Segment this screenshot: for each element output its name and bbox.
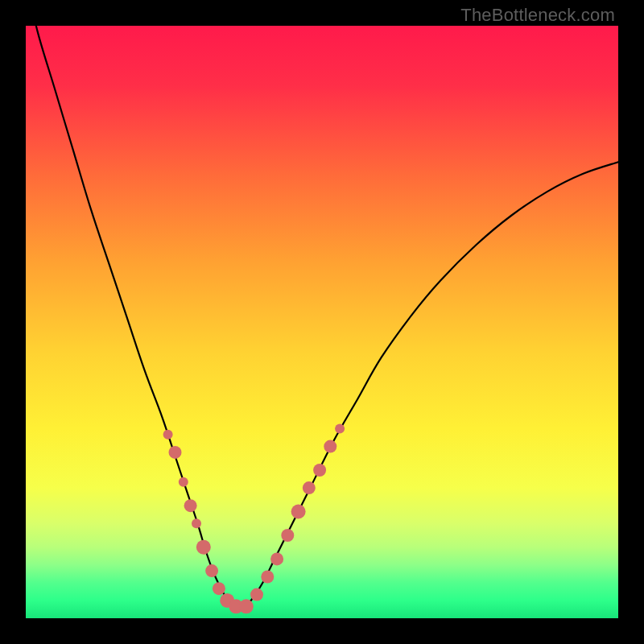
- curve-marker: [313, 464, 326, 477]
- curve-marker: [184, 499, 197, 512]
- curve-marker: [270, 552, 283, 565]
- chart-svg: [26, 26, 618, 618]
- plot-area: [26, 26, 618, 618]
- curve-marker: [303, 481, 316, 494]
- curve-marker: [335, 424, 345, 434]
- curve-marker: [324, 440, 336, 453]
- curve-markers-group: [163, 424, 345, 614]
- curve-marker: [213, 582, 225, 595]
- chart-frame: TheBottleneck.com: [0, 0, 644, 644]
- curve-marker: [179, 477, 188, 487]
- curve-marker: [196, 540, 211, 555]
- curve-marker: [163, 430, 173, 440]
- curve-marker: [169, 446, 182, 459]
- curve-marker: [239, 599, 254, 613]
- watermark-text: TheBottleneck.com: [460, 5, 615, 26]
- curve-marker: [261, 571, 274, 584]
- v-curve-line: [26, 26, 618, 608]
- curve-marker: [291, 505, 306, 519]
- curve-marker: [205, 564, 218, 577]
- curve-marker: [192, 518, 201, 528]
- curve-marker: [281, 529, 294, 542]
- curve-marker: [250, 588, 263, 601]
